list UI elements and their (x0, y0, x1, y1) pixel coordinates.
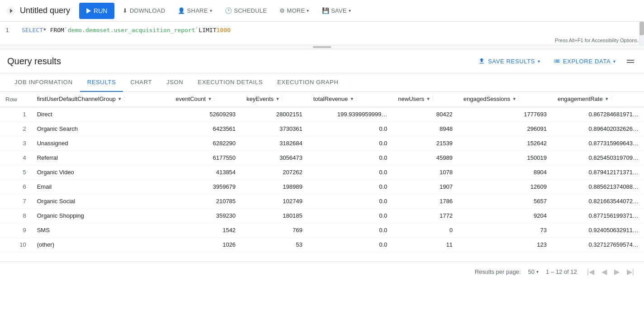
cell-firstUserDefaultChannelGroup: Referral (32, 150, 170, 165)
run-label: RUN (94, 7, 107, 14)
cell-eventCount: 413854 (170, 165, 241, 179)
sort-eventCount[interactable]: eventCount ▼ (175, 95, 212, 102)
tab-execution-details[interactable]: EXECUTION DETAILS (190, 73, 270, 92)
last-page-button[interactable]: ▶| (624, 266, 637, 278)
expand-collapse-button[interactable] (624, 57, 637, 66)
cell-totalRevenue: 0.0 (308, 165, 393, 179)
cell-engagementRate: 0.885621374088… (552, 179, 644, 194)
resize-handle-totalRevenue[interactable]: ⋮ (354, 96, 358, 103)
cell-totalRevenue: 0.0 (308, 237, 393, 252)
column-header-eventCount[interactable]: eventCount ▼⋮ (170, 92, 241, 107)
save-results-button[interactable]: SAVE RESULTS ▾ (474, 55, 545, 67)
cell-row: 3 (0, 136, 32, 150)
cell-firstUserDefaultChannelGroup: SMS (32, 223, 170, 237)
cell-engagedSessions: 1777693 (458, 107, 552, 121)
cell-engagementRate: 0.877315969643… (552, 136, 644, 150)
share-button[interactable]: 👤 SHARE ▾ (173, 3, 217, 19)
results-actions: SAVE RESULTS ▾ EXPLORE DATA ▾ (474, 55, 637, 67)
results-table-container[interactable]: RowfirstUserDefaultChannelGroup ▼⋮eventC… (0, 92, 644, 262)
cell-engagedSessions: 123 (458, 237, 552, 252)
results-title: Query results (7, 56, 61, 67)
cell-totalRevenue: 0.0 (308, 150, 393, 165)
cell-engagedSessions: 150019 (458, 150, 552, 165)
column-header-engagedSessions[interactable]: engagedSessions ▼⋮ (458, 92, 552, 107)
next-page-button[interactable]: ▶ (611, 266, 622, 278)
run-button[interactable]: RUN (79, 3, 114, 19)
sort-keyEvents[interactable]: keyEvents ▼ (246, 95, 280, 102)
cell-newUsers: 11 (393, 237, 458, 252)
tab-results[interactable]: RESULTS (80, 73, 123, 92)
sort-engagedSessions[interactable]: engagedSessions ▼ (464, 95, 516, 102)
column-header-newUsers[interactable]: newUsers ▼⋮ (393, 92, 458, 107)
expand-icon-top (627, 60, 634, 61)
first-page-button[interactable]: |◀ (584, 266, 597, 278)
per-page-select[interactable]: 50 ▾ (528, 268, 539, 275)
cell-totalRevenue: 0.0 (308, 223, 393, 237)
cell-engagementRate: 0.867284681971… (552, 107, 644, 121)
column-header-row: Row (0, 92, 32, 107)
save-results-icon (478, 57, 485, 65)
resize-handle-firstUserDefaultChannelGroup[interactable]: ⋮ (122, 96, 126, 103)
resize-handle-keyEvents[interactable]: ⋮ (280, 96, 284, 103)
explore-data-label: EXPLORE DATA (563, 58, 611, 65)
share-label: SHARE (187, 7, 208, 14)
sort-firstUserDefaultChannelGroup[interactable]: firstUserDefaultChannelGroup ▼ (37, 95, 122, 102)
resize-handle-engagementRate[interactable]: ⋮ (609, 96, 613, 103)
cell-totalRevenue: 0.0 (308, 136, 393, 150)
cell-row: 9 (0, 223, 32, 237)
download-button[interactable]: ⬇ DOWNLOAD (118, 3, 170, 19)
tab-job-information[interactable]: JOB INFORMATION (7, 73, 80, 92)
cell-keyEvents: 28002151 (241, 107, 308, 121)
column-header-engagementRate[interactable]: engagementRate ▼⋮ (552, 92, 644, 107)
gear-icon: ⚙ (279, 7, 285, 14)
cell-engagedSessions: 152642 (458, 136, 552, 150)
resize-handle-newUsers[interactable]: ⋮ (431, 96, 434, 103)
save-label: SAVE (331, 7, 347, 14)
cell-engagedSessions: 73 (458, 223, 552, 237)
cell-totalRevenue: 0.0 (308, 194, 393, 208)
cell-row: 7 (0, 194, 32, 208)
editor-scrollbar[interactable] (639, 22, 644, 45)
cell-row: 2 (0, 121, 32, 136)
tab-execution-graph[interactable]: EXECUTION GRAPH (270, 73, 346, 92)
column-header-totalRevenue[interactable]: totalRevenue ▼⋮ (308, 92, 393, 107)
cell-eventCount: 3959679 (170, 179, 241, 194)
results-header: Query results SAVE RESULTS ▾ EXPLORE DAT… (0, 49, 644, 73)
cell-newUsers: 80422 (393, 107, 458, 121)
bigquery-logo-icon (5, 5, 16, 16)
cell-row: 4 (0, 150, 32, 165)
cell-newUsers: 8948 (393, 121, 458, 136)
resize-handle-eventCount[interactable]: ⋮ (212, 96, 216, 103)
sort-totalRevenue[interactable]: totalRevenue ▼ (313, 95, 355, 102)
editor-area[interactable]: 1 SELECT * FROM `demo.demoset.user_acqui… (0, 22, 644, 45)
sort-engagementRate[interactable]: engagementRate ▼ (558, 95, 609, 102)
resize-handle-engagedSessions[interactable]: ⋮ (516, 96, 520, 103)
schedule-button[interactable]: 🕐 SCHEDULE (220, 3, 271, 19)
cell-eventCount: 210785 (170, 194, 241, 208)
more-button[interactable]: ⚙ MORE ▾ (275, 3, 314, 19)
share-icon: 👤 (178, 7, 185, 14)
cell-eventCount: 1542 (170, 223, 241, 237)
handle-bar (313, 46, 331, 48)
cell-eventCount: 1026 (170, 237, 241, 252)
cell-firstUserDefaultChannelGroup: Organic Video (32, 165, 170, 179)
accessibility-hint: Press Alt+F1 for Accessibility Options. (555, 38, 639, 43)
tab-chart[interactable]: CHART (123, 73, 159, 92)
explore-data-button[interactable]: EXPLORE DATA ▾ (549, 55, 620, 67)
sort-newUsers[interactable]: newUsers ▼ (398, 95, 431, 102)
cell-row: 10 (0, 237, 32, 252)
tab-json[interactable]: JSON (159, 73, 190, 92)
column-header-firstUserDefaultChannelGroup[interactable]: firstUserDefaultChannelGroup ▼⋮ (32, 92, 170, 107)
sort-icon-engagementRate: ▼ (605, 96, 609, 101)
prev-page-button[interactable]: ◀ (599, 266, 610, 278)
save-button[interactable]: 💾 SAVE ▾ (317, 3, 355, 19)
more-chevron-icon: ▾ (307, 8, 309, 13)
editor-scrollbar-thumb[interactable] (639, 22, 644, 35)
table-row: 1Direct5260929328002151199.9399959999…80… (0, 107, 644, 121)
play-icon (86, 8, 91, 14)
table-row: 10(other)1026530.0111230.327127659574… (0, 237, 644, 252)
column-header-keyEvents[interactable]: keyEvents ▼⋮ (241, 92, 308, 107)
editor-resize-handle[interactable] (0, 45, 644, 49)
cell-eventCount: 6177550 (170, 150, 241, 165)
cell-firstUserDefaultChannelGroup: Unassigned (32, 136, 170, 150)
